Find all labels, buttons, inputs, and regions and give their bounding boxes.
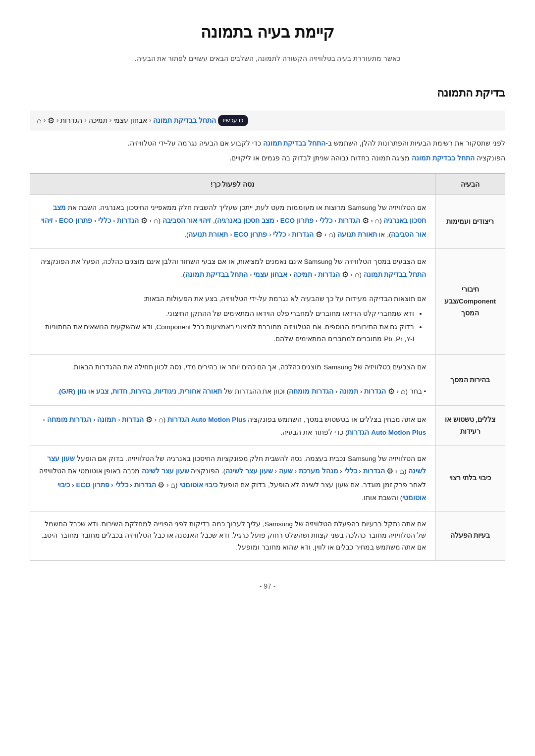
chevron-icon-3: ‹ [84,115,86,126]
issue-label: בעיות הפעלה [435,511,505,560]
section-title: בדיקת התמונה [30,84,505,101]
chevron-icon: ‹ [149,115,151,126]
issue-label: חיבורי Component/צבע המסך [435,249,505,354]
page-subtitle: כאשר מתעוררת בעיה בטלוויזיה הקשורה לתמונ… [30,53,505,64]
breadcrumb-item-selfdiag: אבחון עצמי [113,115,147,126]
home-icon: ⌂ [37,114,42,127]
badge: כו עכשיו [218,115,248,126]
breadcrumb-item-settings: הגדרות [60,115,82,126]
issue-label: ריצודים ועמימות [435,195,505,249]
chevron-icon-4: ‹ [56,115,58,126]
table-row: בהירות המסך אם הצבעים בטלוויזיה של Samsu… [30,354,505,405]
chevron-icon-5: ‹ [44,115,46,126]
chevron-icon-2: ‹ [109,115,111,126]
col-header-issue: הבעיה [435,173,505,195]
issue-label: בהירות המסך [435,354,505,405]
breadcrumb: כו עכשיו התחל בבדיקת תמונה ‹ אבחון עצמי … [30,110,505,131]
issue-label: כיבוי בלתי רצוי [435,446,505,511]
nav-description-1: לפני שתסקור את רשימת הבעיות והפתרונות לה… [30,138,505,150]
nav-highlight-1: התחל בבדיקת תמונה [263,139,326,147]
page-number: - 97 - [30,581,505,592]
action-content: אם אתה מבחין בצללים או בטשטוש במסך, השתמ… [30,405,435,446]
breadcrumb-item-support: תמיכה [89,115,107,126]
action-content: אם הצבעים במסך הטלוויזיה של Samsung אינם… [30,249,435,354]
gear-icon: ⚙ [48,114,54,127]
issue-label: צללים, טשטוש או רעידות [435,405,505,446]
action-content: אם הטלוויזיה של Samsung מרוצות או מעוממו… [30,195,435,249]
table-row: צללים, טשטוש או רעידות אם אתה מבחין בצלל… [30,405,505,446]
page-title: קיימת בעיה בתמונה [30,20,505,45]
action-content: אם הטלוויזיה של Samsung נכבית בעצמה, נסה… [30,446,435,511]
action-content: אם אתה נתקל בבעיות בהפעלת הטלוויזיה של S… [30,511,435,560]
nav-highlight-2: התחל בבדיקת תמונה [412,154,475,162]
col-header-action: נסה לפעול כך! [30,173,435,195]
action-content: אם הצבעים בטלוויזיה של Samsung מוצגים כה… [30,354,435,405]
table-row: ריצודים ועמימות אם הטלוויזיה של Samsung … [30,195,505,249]
issues-table: הבעיה נסה לפעול כך! ריצודים ועמימות אם ה… [30,173,505,561]
breadcrumb-item-image-test: התחל בבדיקת תמונה [153,115,216,126]
table-row: כיבוי בלתי רצוי אם הטלוויזיה של Samsung … [30,446,505,511]
table-row: בעיות הפעלה אם אתה נתקל בבעיות בהפעלת הט… [30,511,505,560]
nav-description-2: הפונקציה התחל בבדיקת תמונה מציגה תמונה ב… [30,152,505,164]
table-row: חיבורי Component/צבע המסך אם הצבעים במסך… [30,249,505,354]
